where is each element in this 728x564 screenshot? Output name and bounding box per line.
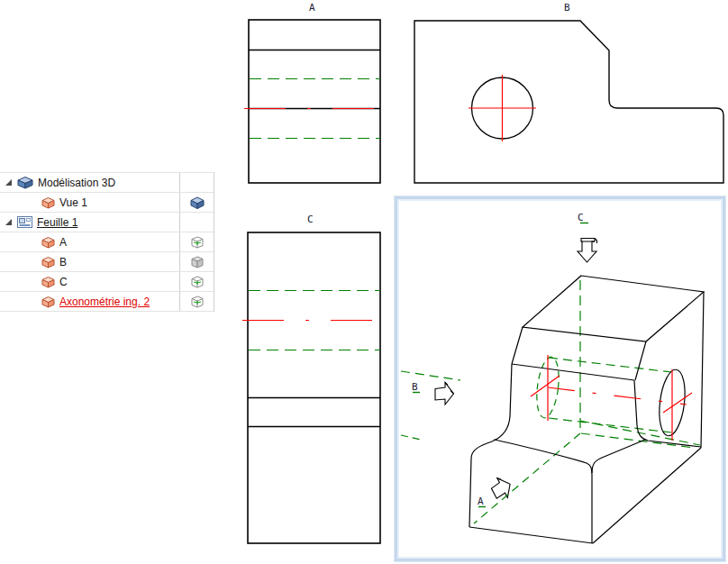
tree-cell-right xyxy=(180,272,214,291)
tree-cell: Axonométrie ing. 2 xyxy=(0,292,180,311)
cube-solid-blue-icon[interactable] xyxy=(190,196,205,209)
axon-svg: C B A xyxy=(394,196,726,562)
tree-cell: C xyxy=(0,272,180,291)
axon-hidden-lines xyxy=(401,280,700,523)
cube-orange-icon xyxy=(41,296,55,308)
tree-row-view-c[interactable]: C xyxy=(0,272,214,292)
tree-row-label-selected: Axonométrie ing. 2 xyxy=(59,296,150,308)
cube-wire-green-icon[interactable] xyxy=(190,235,205,250)
view-c-edge-lines xyxy=(248,398,380,427)
tree-row-label: A xyxy=(59,236,67,249)
cube-orange-icon xyxy=(41,196,55,209)
tree-row-axonometrie[interactable]: Axonométrie ing. 2 xyxy=(0,292,214,312)
axon-direction-label-b: B xyxy=(412,381,420,393)
view-b-svg: B xyxy=(396,0,728,191)
view-a-outline xyxy=(249,20,380,183)
tree-row-view-b[interactable]: B xyxy=(0,252,214,272)
view-b-outline xyxy=(414,21,723,183)
tree-row-label: B xyxy=(59,256,67,268)
cube-orange-svg xyxy=(41,196,55,209)
expander-triangle-icon[interactable] xyxy=(5,219,12,225)
tree-cell-right xyxy=(180,173,214,192)
view-a-label: A xyxy=(309,2,315,14)
cube-wire-green-icon[interactable] xyxy=(190,275,205,289)
view-direction-arrow-a-icon xyxy=(488,474,515,502)
tree-row-label: Feuille 1 xyxy=(37,216,77,229)
tree-row-modelisation-3d[interactable]: Modélisation 3D xyxy=(0,173,214,193)
view-b-hole-centerlines xyxy=(469,75,536,141)
svg-text:C: C xyxy=(578,212,584,223)
drawing-view-axonometric[interactable]: C B A xyxy=(394,196,726,562)
cube-wire-svg xyxy=(190,295,205,309)
tree-cell: B xyxy=(0,252,180,271)
cube-3d-blue-icon xyxy=(17,176,33,189)
document-tree-panel: Modélisation 3D Vue 1 xyxy=(0,172,214,312)
drawing-view-a[interactable]: A xyxy=(234,0,392,191)
tree-row-label: C xyxy=(59,276,68,288)
tree-row-label: Modélisation 3D xyxy=(38,177,115,189)
svg-text:B: B xyxy=(412,381,418,393)
tree-cell: A xyxy=(0,232,180,251)
cube-orange-svg xyxy=(41,236,55,249)
cube-orange-svg xyxy=(41,256,55,268)
cube-wire-svg xyxy=(190,235,205,250)
tree-row-vue-1[interactable]: Vue 1 xyxy=(0,193,214,213)
drawing-view-b[interactable]: B xyxy=(396,0,728,191)
tree-row-view-a[interactable]: A xyxy=(0,232,214,252)
view-direction-arrow-right-icon xyxy=(435,383,454,405)
svg-text:A: A xyxy=(478,496,484,507)
tree-cell: Feuille 1 xyxy=(0,213,180,232)
sheet-icon xyxy=(17,216,32,228)
tree-cell: Vue 1 xyxy=(0,193,180,212)
cube-orange-svg xyxy=(41,296,55,308)
view-c-outline xyxy=(248,232,380,543)
axon-direction-label-a: A xyxy=(478,496,486,507)
tree-row-label: Vue 1 xyxy=(59,196,87,209)
tree-cell: Modélisation 3D xyxy=(0,173,180,192)
cube-orange-icon xyxy=(41,256,55,268)
view-direction-arrow-down-icon xyxy=(578,239,597,263)
expander-triangle-icon[interactable] xyxy=(5,179,12,186)
tree-cell-right xyxy=(180,213,214,232)
tree-cell-right xyxy=(180,252,214,271)
view-c-svg: C xyxy=(234,205,392,559)
sheet-svg xyxy=(17,216,32,228)
cube-3d-blue-svg xyxy=(17,176,33,189)
cube-orange-icon xyxy=(41,236,55,249)
tree-cell-right xyxy=(180,292,214,311)
tree-cell-right xyxy=(180,232,214,251)
cube-orange-svg xyxy=(41,276,55,288)
cube-wire-green-icon[interactable] xyxy=(190,295,205,309)
tree-row-feuille-1[interactable]: Feuille 1 xyxy=(0,213,214,232)
view-c-label: C xyxy=(307,214,314,225)
cube-wire-svg xyxy=(190,275,205,289)
cube-wire-gray-svg xyxy=(190,255,205,269)
view-b-label: B xyxy=(564,2,570,14)
cube-orange-icon xyxy=(41,276,55,288)
cube-wire-gray-icon[interactable] xyxy=(190,255,205,269)
tree-cell-right xyxy=(180,193,214,212)
drawing-view-c[interactable]: C xyxy=(234,205,392,559)
axon-centerlines xyxy=(531,355,692,441)
axon-direction-label-c: C xyxy=(578,212,588,223)
cube-solid-blue-svg xyxy=(190,196,205,209)
view-a-svg: A xyxy=(234,0,392,191)
